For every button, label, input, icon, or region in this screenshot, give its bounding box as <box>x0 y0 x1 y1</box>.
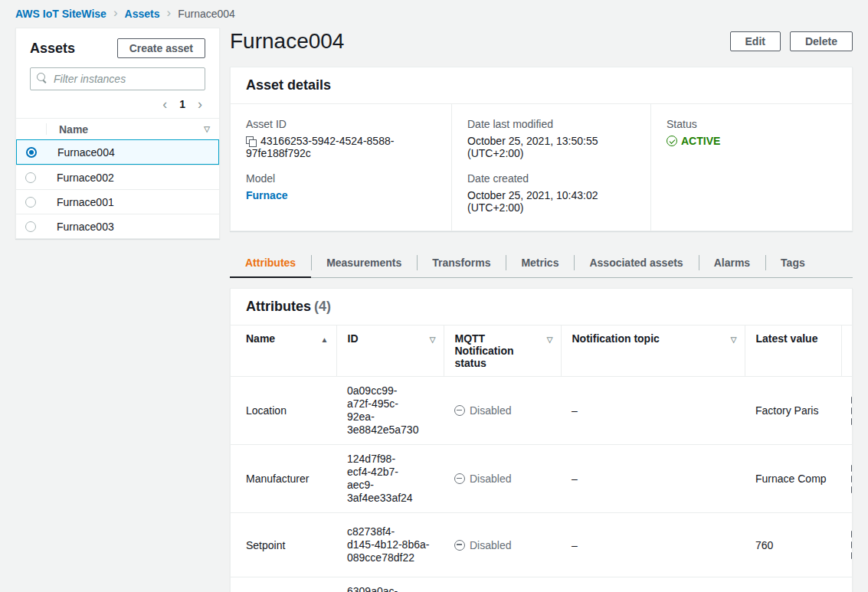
attributes-panel: Attributes (4) Name▲ ID▽ <box>230 288 853 592</box>
chevron-right-icon: › <box>166 6 171 19</box>
disabled-icon <box>454 405 465 416</box>
table-row[interactable]: Setpoint c82738f4- d145-4b12-8b6a- 089cc… <box>231 513 852 577</box>
tab-associated-assets[interactable]: Associated assets <box>574 250 698 277</box>
clipped-column-cell <box>841 377 852 445</box>
copy-icon[interactable] <box>246 136 256 146</box>
notification-topic: – <box>561 445 745 513</box>
notification-topic: – <box>561 377 745 445</box>
sort-icon: ▽ <box>204 122 210 136</box>
tab-alarms[interactable]: Alarms <box>699 250 765 277</box>
latest-value: Furnace Comp <box>745 445 841 513</box>
check-circle-icon <box>667 136 677 146</box>
date-last-modified-value: October 25, 2021, 13:50:55 (UTC+2:00) <box>467 135 635 159</box>
breadcrumb-link-aws-iot-sitewise[interactable]: AWS IoT SiteWise <box>15 8 106 20</box>
attribute-name: Manufacturer <box>231 445 336 513</box>
asset-name: Furnace002 <box>46 172 114 184</box>
mqtt-status: Disabled <box>470 539 511 551</box>
status-badge: ACTIVE <box>681 135 720 147</box>
mqtt-status: Disabled <box>470 473 511 485</box>
page-number[interactable]: 1 <box>179 98 185 110</box>
radio-column-header <box>16 123 47 135</box>
asset-name: Furnace003 <box>46 221 114 233</box>
pagination: ‹ 1 › <box>16 90 219 118</box>
sort-ascending-icon: ▲ <box>321 332 329 347</box>
column-header-mqtt-notification-status[interactable]: MQTT Notification status▽ <box>444 325 561 377</box>
radio-button[interactable] <box>25 172 36 183</box>
content-area: Assets Create asset ‹ 1 › Name ▽ Furnace… <box>0 28 868 592</box>
radio-button[interactable] <box>25 221 36 232</box>
sort-icon: ▽ <box>547 332 553 347</box>
next-page-button[interactable]: › <box>198 97 202 111</box>
radio-button[interactable] <box>26 147 37 158</box>
attribute-name: Location <box>231 377 336 445</box>
asset-row-furnace001[interactable]: Furnace001 <box>16 189 219 214</box>
model-label: Model <box>246 172 436 185</box>
edit-button[interactable]: Edit <box>730 31 781 51</box>
column-header-latest-value[interactable]: Latest value <box>745 325 841 377</box>
tab-bar: Attributes Measurements Transforms Metri… <box>230 250 853 278</box>
date-created-label: Date created <box>467 172 635 185</box>
table-row[interactable]: YearOfConstruction 6309a0ac- 0011-48ee- … <box>231 577 852 592</box>
attribute-id: c82738f4- d145-4b12-8b6a- 089cce78df22 <box>336 513 444 577</box>
asset-id-label: Asset ID <box>246 118 436 130</box>
clipped-column-header <box>841 325 852 377</box>
tab-tags[interactable]: Tags <box>765 250 821 277</box>
asset-row-furnace003[interactable]: Furnace003 <box>16 214 219 238</box>
attribute-id: 0a09cc99- a72f-495c- 92ea-3e8842e5a730 <box>336 377 444 445</box>
column-header-notification-topic[interactable]: Notification topic▽ <box>561 325 745 377</box>
mqtt-status: Disabled <box>470 404 511 417</box>
attribute-name: Setpoint <box>231 513 336 577</box>
latest-value: Factory Paris <box>745 377 841 445</box>
latest-value: 760 <box>745 513 841 577</box>
column-header-id[interactable]: ID▽ <box>336 325 444 377</box>
tab-measurements[interactable]: Measurements <box>311 250 417 277</box>
tab-attributes[interactable]: Attributes <box>230 250 311 277</box>
main-area: Furnace004 Edit Delete Asset details Ass… <box>230 28 853 592</box>
table-row[interactable]: Location 0a09cc99- a72f-495c- 92ea-3e884… <box>231 377 852 445</box>
clipped-column-cell <box>841 577 852 592</box>
asset-row-furnace002[interactable]: Furnace002 <box>16 165 219 189</box>
asset-details-title: Asset details <box>246 77 331 93</box>
radio-button[interactable] <box>25 197 36 208</box>
breadcrumb-link-assets[interactable]: Assets <box>125 8 160 20</box>
asset-name: Furnace004 <box>47 146 115 159</box>
chevron-right-icon: › <box>113 6 118 19</box>
notification-topic: – <box>561 577 745 592</box>
asset-list-table: Name ▽ Furnace004 Furnace002 Furnace001 … <box>16 118 219 238</box>
asset-row-furnace004[interactable]: Furnace004 <box>16 139 219 165</box>
attributes-count: (4) <box>314 299 331 314</box>
date-created-value: October 25, 2021, 10:43:02 (UTC+2:00) <box>467 189 635 214</box>
name-column-header[interactable]: Name ▽ <box>47 122 219 136</box>
latest-value: 2006 <box>745 577 841 592</box>
date-last-modified-label: Date last modified <box>467 118 635 130</box>
breadcrumb: AWS IoT SiteWise › Assets › Furnace004 <box>0 0 868 28</box>
asset-id-value: 43166253-5942-4524-8588-97fe188f792c <box>246 135 394 159</box>
assets-panel-title: Assets <box>30 41 75 57</box>
sort-icon: ▽ <box>430 332 436 347</box>
column-header-name[interactable]: Name▲ <box>231 325 336 377</box>
tab-metrics[interactable]: Metrics <box>506 250 574 277</box>
attribute-id: 124d7f98- ecf4-42b7- aec9-3af4ee33af24 <box>336 445 444 513</box>
create-asset-button[interactable]: Create asset <box>117 38 205 58</box>
status-label: Status <box>667 118 837 130</box>
model-link[interactable]: Furnace <box>246 189 287 201</box>
previous-page-button[interactable]: ‹ <box>162 97 167 111</box>
assets-panel: Assets Create asset ‹ 1 › Name ▽ Furnace… <box>15 28 220 239</box>
attributes-table: Name▲ ID▽ MQTT Notification status▽ Noti… <box>231 325 852 592</box>
tab-transforms[interactable]: Transforms <box>417 250 506 277</box>
sort-icon: ▽ <box>731 332 737 347</box>
attribute-id: 6309a0ac- 0011-48ee- 9b23-919d025dfde7 <box>336 577 444 592</box>
attribute-name: YearOfConstruction <box>231 577 336 592</box>
table-row[interactable]: Manufacturer 124d7f98- ecf4-42b7- aec9-3… <box>231 445 852 513</box>
breadcrumb-current: Furnace004 <box>178 8 235 20</box>
attributes-title: Attributes <box>246 299 311 314</box>
clipped-column-cell <box>841 513 852 577</box>
page-title: Furnace004 <box>230 29 344 54</box>
filter-instances-input[interactable] <box>30 67 205 90</box>
disabled-icon <box>454 540 465 551</box>
asset-details-panel: Asset details Asset ID 43166253-5942-452… <box>230 67 853 231</box>
delete-button[interactable]: Delete <box>790 31 853 51</box>
disabled-icon <box>454 473 465 484</box>
notification-topic: – <box>561 513 745 577</box>
asset-name: Furnace001 <box>46 196 114 208</box>
